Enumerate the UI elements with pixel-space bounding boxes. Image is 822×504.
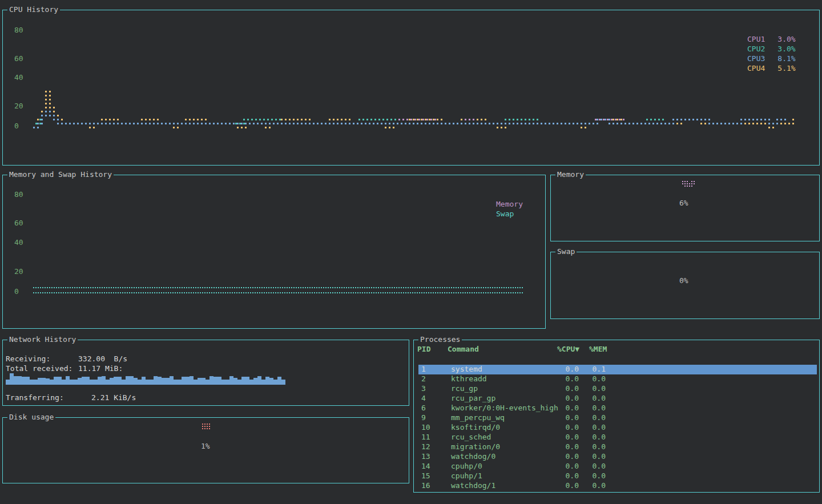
process-command: watchdog/1 [451,482,495,490]
process-row[interactable]: 10ksoftirqd/00.00.0 [414,423,818,433]
process-command: cpuhp/0 [451,462,482,470]
process-row-selected[interactable]: 1systemd0.00.1 [414,365,818,374]
process-command: ksoftirqd/0 [451,424,500,432]
process-row[interactable]: 14cpuhp/00.00.0 [414,462,818,471]
memory-legend-label: Memory [496,200,523,208]
process-row[interactable]: 3rcu_gp0.00.0 [414,384,818,394]
process-mem: 0.0 [575,394,606,402]
process-pid: 9 [421,414,426,422]
process-pid: 4 [421,394,426,402]
process-command: rcu_par_gp [451,394,495,402]
process-cpu: 0.0 [548,375,579,383]
disk-usage-value: 1% [201,442,210,450]
cpu-legend-value: 3.0% [777,35,795,43]
swap-panel: Swap 0% [550,252,820,319]
process-pid: 3 [421,385,426,393]
cpu-legend-item-cpu4: CPU45.1% [747,64,796,72]
process-mem: 0.0 [575,414,606,422]
process-cpu: 0.0 [548,462,579,470]
cpu-legend-name: CPU2 [747,45,765,53]
process-mem: 0.0 [575,482,606,490]
memory-swap-history-title: Memory and Swap History [7,171,114,179]
cpu-legend-item-cpu3: CPU38.1% [747,55,796,63]
cpu-legend-name: CPU1 [747,35,765,43]
process-row[interactable]: 4rcu_par_gp0.00.0 [414,394,818,404]
process-pid: 6 [421,404,426,412]
mem-axis-80: 80 [14,191,23,199]
process-command: kworker/0:0H-events_high [451,404,558,412]
process-mem: 0.0 [575,443,606,451]
process-row[interactable]: 6kworker/0:0H-events_high0.00.0 [414,404,818,413]
process-mem: 0.0 [575,472,606,480]
process-command: mm_percpu_wq [451,414,505,422]
process-mem: 0.0 [575,375,606,383]
system-monitor-screen: CPU History 80 60 40 20 0 CPU13.0%CPU23.… [0,0,822,504]
swap-panel-title: Swap [555,248,577,256]
mem-axis-60: 60 [14,219,23,227]
process-pid: 13 [421,453,430,461]
cpu-legend-value: 5.1% [777,64,795,72]
process-command: migration/0 [451,443,500,451]
cpu-axis-80: 80 [14,26,23,34]
process-pid: 2 [421,375,426,383]
column-header-cpu[interactable]: %CPU▼ [557,345,579,353]
cpu-legend-value: 8.1% [777,55,795,63]
process-mem: 0.0 [575,453,606,461]
cpu-legend-item-cpu1: CPU13.0% [747,35,796,43]
total-received-label: Total received: [6,365,72,373]
process-cpu: 0.0 [548,453,579,461]
process-cpu: 0.0 [548,365,579,373]
column-header-pid[interactable]: PID [417,345,430,353]
process-cpu: 0.0 [548,385,579,393]
process-pid: 11 [421,433,430,441]
process-pid: 15 [421,472,430,480]
process-row[interactable]: 15cpuhp/10.00.0 [414,471,818,481]
process-cpu: 0.0 [548,404,579,412]
memory-panel: Memory 6% [550,175,820,241]
transferring-label: Transferring: [6,394,64,402]
process-pid: 1 [421,365,426,373]
process-row[interactable]: 2kthreadd0.00.0 [414,374,818,384]
mem-axis-20: 20 [14,268,23,276]
process-pid: 12 [421,443,430,451]
column-header-command[interactable]: Command [448,345,479,353]
process-row[interactable]: 11rcu_sched0.00.0 [414,433,818,442]
process-row[interactable]: 13watchdog/00.00.0 [414,452,818,462]
transferring-value: 2.21 KiB/s [91,394,136,402]
process-cpu: 0.0 [548,482,579,490]
memory-usage-value: 6% [679,199,688,207]
memory-swap-history-panel: Memory and Swap History 80 60 40 20 0 Me… [2,175,546,329]
process-table: 1systemd0.00.12kthreadd0.00.03rcu_gp0.00… [414,365,818,491]
processes-panel: Processes PID Command %CPU▼ %MEM 1system… [413,340,820,493]
process-row[interactable]: 16watchdog/10.00.0 [414,481,818,491]
disk-usage-title: Disk usage [7,413,55,421]
process-pid: 16 [421,482,430,490]
cpu-axis-40: 40 [14,74,23,82]
process-cpu: 0.0 [548,424,579,432]
mem-axis-40: 40 [14,239,23,247]
process-pid: 14 [421,462,430,470]
memory-panel-title: Memory [555,171,586,179]
cpu-legend-item-cpu2: CPU23.0% [747,45,796,53]
cpu-legend-name: CPU3 [747,55,765,63]
total-received-value: 11.17 MiB: [78,365,123,373]
swap-usage-value: 0% [679,277,688,285]
network-history-panel: Network History Receiving: 332.00 B/s To… [2,340,409,406]
process-command: watchdog/0 [451,453,495,461]
process-row[interactable]: 9mm_percpu_wq0.00.0 [414,413,818,423]
process-row[interactable]: 12migration/00.00.0 [414,442,818,452]
process-command: rcu_gp [451,385,478,393]
swap-legend-label: Swap [496,210,514,218]
network-history-title: Network History [7,336,78,344]
process-cpu: 0.0 [548,394,579,402]
disk-usage-panel: Disk usage 1% [2,417,409,483]
process-cpu: 0.0 [548,433,579,441]
process-cpu: 0.0 [548,414,579,422]
cpu-axis-20: 20 [14,102,23,110]
process-mem: 0.0 [575,433,606,441]
receiving-label: Receiving: [6,355,50,363]
process-cpu: 0.0 [548,443,579,451]
cpu-axis-0: 0 [14,122,19,130]
mem-axis-0: 0 [14,288,19,296]
column-header-mem[interactable]: %MEM [589,345,607,353]
